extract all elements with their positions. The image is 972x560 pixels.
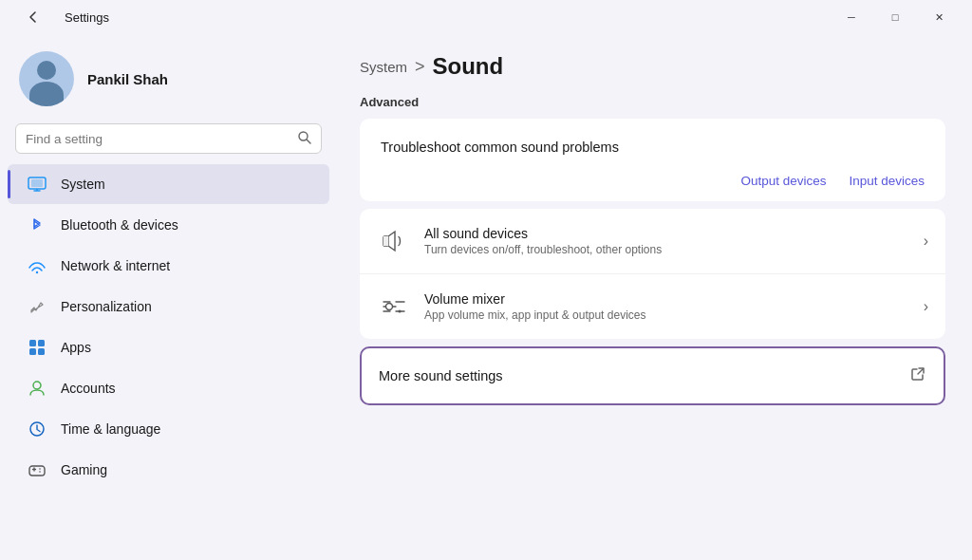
user-section: Pankil Shah (0, 34, 337, 123)
user-name: Pankil Shah (87, 71, 168, 87)
advanced-section-label: Advanced (360, 95, 945, 109)
sidebar-label-gaming: Gaming (61, 462, 107, 477)
sidebar-label-personalization: Personalization (61, 299, 152, 314)
sidebar-label-bluetooth: Bluetooth & devices (61, 217, 178, 233)
network-icon (27, 255, 47, 276)
volume-mixer-chevron: › (924, 298, 928, 315)
window-title: Settings (65, 10, 109, 25)
svg-point-20 (386, 304, 393, 310)
troubleshoot-links: Output devices Input devices (381, 174, 925, 188)
bluetooth-icon (27, 215, 47, 235)
time-icon (27, 419, 47, 439)
sidebar-label-accounts: Accounts (61, 381, 116, 396)
output-devices-link[interactable]: Output devices (740, 174, 826, 188)
apps-icon (27, 337, 47, 358)
content-area: System > Sound Advanced Troubleshoot com… (337, 34, 972, 560)
volume-mixer-subtitle: App volume mix, app input & output devic… (424, 308, 924, 322)
svg-point-16 (39, 468, 41, 470)
svg-rect-10 (38, 348, 45, 355)
system-icon (27, 174, 47, 195)
sidebar-label-time: Time & language (61, 421, 160, 437)
mixer-icon (377, 289, 411, 324)
close-button[interactable]: ✕ (917, 2, 961, 32)
all-sound-devices-title: All sound devices (424, 226, 924, 241)
sidebar-item-time[interactable]: Time & language (8, 409, 329, 449)
volume-mixer-title: Volume mixer (424, 291, 924, 307)
sidebar-item-apps[interactable]: Apps (8, 327, 329, 367)
sidebar: Pankil Shah (0, 34, 337, 560)
more-sound-settings-label: More sound settings (379, 368, 909, 383)
search-input[interactable] (26, 132, 290, 146)
title-bar-left: Settings (11, 2, 109, 32)
minimize-button[interactable]: ─ (830, 2, 873, 32)
sidebar-label-apps: Apps (61, 340, 91, 355)
sidebar-item-bluetooth[interactable]: Bluetooth & devices (8, 205, 329, 245)
back-button[interactable] (11, 2, 55, 32)
maximize-button[interactable]: □ (873, 2, 917, 32)
all-sound-devices-item[interactable]: All sound devices Turn devices on/off, t… (360, 209, 945, 273)
search-box[interactable] (15, 123, 322, 154)
avatar (19, 51, 74, 106)
breadcrumb: System > Sound (360, 53, 945, 80)
sidebar-item-network[interactable]: Network & internet (8, 246, 329, 286)
svg-rect-7 (29, 340, 36, 346)
gaming-icon (27, 459, 47, 480)
breadcrumb-current: Sound (433, 53, 504, 80)
svg-rect-8 (38, 340, 45, 346)
sidebar-item-gaming[interactable]: Gaming (8, 450, 329, 490)
more-sound-settings-card[interactable]: More sound settings (360, 346, 945, 405)
input-devices-link[interactable]: Input devices (849, 174, 925, 188)
window-controls: ─ □ ✕ (830, 2, 961, 32)
svg-point-11 (33, 382, 41, 389)
sidebar-item-system[interactable]: System (8, 164, 329, 204)
svg-rect-13 (29, 466, 45, 476)
breadcrumb-parent: System (360, 59, 407, 75)
svg-point-6 (36, 271, 38, 273)
sidebar-label-network: Network & internet (61, 258, 170, 273)
sidebar-label-system: System (61, 177, 105, 192)
troubleshoot-title: Troubleshoot common sound problems (381, 140, 925, 155)
breadcrumb-separator: > (415, 57, 425, 77)
svg-line-1 (307, 140, 310, 143)
title-bar: Settings ─ □ ✕ (0, 0, 972, 34)
personalization-icon (27, 296, 47, 317)
sidebar-item-accounts[interactable]: Accounts (8, 368, 329, 408)
svg-point-25 (399, 310, 402, 313)
search-icon (297, 130, 311, 147)
nav-list: System Bluetooth & devices (0, 163, 337, 560)
main-container: Pankil Shah (0, 34, 972, 560)
volume-mixer-text: Volume mixer App volume mix, app input &… (424, 291, 924, 322)
external-link-icon (909, 365, 926, 386)
svg-rect-9 (29, 348, 36, 355)
volume-mixer-item[interactable]: Volume mixer App volume mix, app input &… (360, 273, 945, 339)
all-sound-devices-chevron: › (924, 233, 928, 250)
sidebar-item-personalization[interactable]: Personalization (8, 287, 329, 327)
svg-point-17 (39, 471, 41, 473)
svg-rect-19 (383, 236, 388, 246)
troubleshoot-card: Troubleshoot common sound problems Outpu… (360, 119, 945, 201)
svg-rect-3 (31, 179, 43, 187)
speaker-icon (377, 224, 411, 258)
sound-devices-card: All sound devices Turn devices on/off, t… (360, 209, 945, 339)
all-sound-devices-subtitle: Turn devices on/off, troubleshoot, other… (424, 243, 924, 256)
all-sound-devices-text: All sound devices Turn devices on/off, t… (424, 226, 924, 256)
accounts-icon (27, 378, 47, 399)
